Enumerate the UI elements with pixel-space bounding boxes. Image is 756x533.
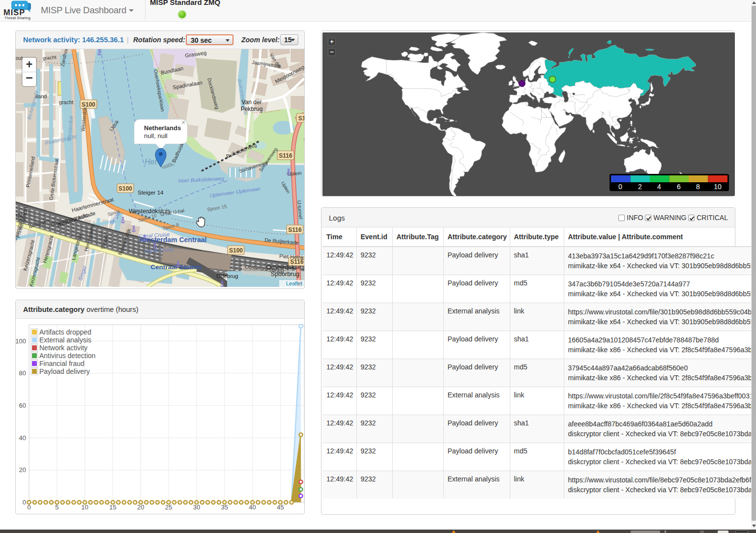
svg-text:80: 80 — [19, 369, 26, 377]
svg-text:+: + — [26, 58, 32, 71]
svg-text:Centraal Station: Centraal Station — [150, 263, 202, 271]
svg-text:Leaflet: Leaflet — [286, 281, 302, 286]
svg-text:45: 45 — [277, 504, 284, 511]
svg-text:null, null: null, null — [144, 132, 168, 140]
svg-text:25: 25 — [165, 504, 172, 511]
svg-text:100: 100 — [16, 337, 26, 345]
svg-text:Van der: Van der — [241, 99, 262, 106]
svg-text:S116: S116 — [279, 152, 292, 159]
svg-text:Odebrug: Odebrug — [216, 273, 238, 279]
svg-text:Oosterdokse: Oosterdokse — [266, 264, 301, 271]
svg-text:30: 30 — [193, 504, 200, 511]
svg-text:gracht: gracht — [59, 99, 73, 105]
svg-text:Antivirus detection: Antivirus detection — [39, 352, 95, 360]
svg-text:35: 35 — [221, 504, 228, 511]
svg-text:Spoorbrug: Spoorbrug — [271, 271, 299, 278]
svg-text:Netherlands: Netherlands — [144, 124, 181, 132]
svg-text:Steiger 14: Steiger 14 — [138, 190, 164, 196]
svg-text:2: 2 — [638, 183, 642, 191]
svg-text:S11: S11 — [298, 115, 304, 122]
svg-text:10: 10 — [714, 183, 722, 191]
svg-text:Pekbrug: Pekbrug — [241, 106, 263, 112]
svg-text:iland: iland — [35, 93, 47, 99]
svg-text:40: 40 — [19, 434, 26, 442]
svg-text:20: 20 — [137, 504, 144, 511]
svg-text:Artifacts dropped: Artifacts dropped — [39, 328, 91, 336]
svg-text:15: 15 — [109, 504, 116, 511]
svg-text:20: 20 — [19, 466, 26, 474]
svg-text:S100: S100 — [82, 101, 95, 108]
svg-text:Threat Sharing: Threat Sharing — [4, 16, 30, 20]
svg-text:60: 60 — [19, 402, 26, 409]
svg-text:0: 0 — [618, 183, 622, 191]
svg-text:40: 40 — [249, 504, 256, 511]
svg-text:S100: S100 — [229, 247, 243, 254]
svg-text:0: 0 — [23, 499, 26, 506]
svg-text:0: 0 — [27, 504, 30, 511]
svg-text:5: 5 — [55, 504, 58, 511]
svg-text:6: 6 — [677, 183, 681, 191]
svg-text:4: 4 — [657, 183, 661, 191]
svg-text:−: − — [26, 71, 33, 84]
svg-text:S100: S100 — [118, 185, 132, 192]
svg-text:External analysis: External analysis — [39, 336, 91, 344]
svg-text:Financial fraud: Financial fraud — [39, 360, 85, 367]
svg-text:Payload delivery: Payload delivery — [39, 367, 90, 375]
svg-text:Network activity: Network activity — [39, 344, 87, 352]
svg-text:×: × — [181, 118, 185, 126]
svg-text:8: 8 — [696, 183, 700, 191]
svg-text:S116: S116 — [288, 226, 302, 233]
svg-text:10: 10 — [81, 504, 88, 511]
